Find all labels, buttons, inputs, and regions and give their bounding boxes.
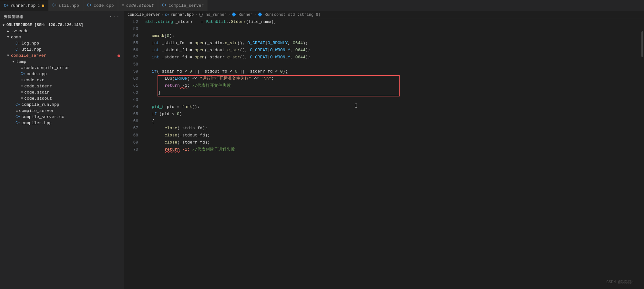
tree-temp-arrow: ▼ bbox=[12, 60, 14, 64]
tree-code-stdout[interactable]: ≡ code.stdout bbox=[0, 95, 124, 102]
tree-compile-server-folder[interactable]: ▼ compile_server bbox=[0, 53, 124, 59]
tree-root-arrow: ▼ bbox=[3, 24, 5, 27]
tab-compile-server[interactable]: C+ compile_server bbox=[158, 0, 208, 11]
tree-code-exe-label: code.exe bbox=[24, 78, 44, 83]
tab-unsaved-dot bbox=[42, 5, 44, 7]
tree-code-cpp-sidebar[interactable]: C+ code.cpp bbox=[0, 71, 124, 77]
code-line-69: close(_stderr_fd); bbox=[145, 139, 641, 146]
tree-compile-server-cc[interactable]: C+ compile_server.cc bbox=[0, 114, 124, 120]
tab-code-stdout[interactable]: ≡ code.stdout bbox=[118, 0, 158, 11]
scrollbar-track[interactable] bbox=[641, 18, 644, 289]
code-line-70: return -2; //代表创建子进程失败 bbox=[145, 146, 641, 153]
tree-code-cpp-label: code.cpp bbox=[26, 72, 46, 76]
sidebar-title: 资源管理器 bbox=[4, 15, 23, 19]
breadcrumb-sep-1: › bbox=[161, 13, 164, 17]
scrollbar-thumb[interactable] bbox=[641, 31, 643, 57]
tree-temp-label: temp bbox=[16, 59, 26, 64]
compile-server-badge bbox=[118, 55, 120, 57]
file-icon-log: C+ bbox=[15, 41, 20, 46]
breadcrumb: compile_server › C+ runner.hpp › {} ns_r… bbox=[124, 11, 644, 18]
tree-vscode-arrow: ▶ bbox=[7, 29, 9, 33]
breadcrumb-part-5: 🔷 Run(const std::string &) bbox=[258, 12, 321, 17]
text-cursor: I bbox=[355, 102, 357, 110]
code-line-65: if (pid < 0) bbox=[145, 111, 641, 118]
tab-num-runner: 2 bbox=[37, 4, 40, 8]
tab-icon-stdout: ≡ bbox=[122, 3, 124, 8]
tree-comm-arrow: ▼ bbox=[7, 35, 9, 39]
sidebar-more-button[interactable]: ··· bbox=[109, 14, 120, 20]
tab-label-compile-server: compile_server bbox=[169, 3, 204, 8]
tree-code-exe[interactable]: ≡ code.exe bbox=[0, 77, 124, 83]
tree-cs-label: compile_server bbox=[11, 53, 46, 58]
tree-compiler-hpp[interactable]: C+ compiler.hpp bbox=[0, 120, 124, 126]
tab-util-hpp[interactable]: C+ util.hpp bbox=[48, 0, 83, 11]
tab-label-util: util.hpp bbox=[59, 3, 79, 8]
tree-temp[interactable]: ▼ temp bbox=[0, 59, 124, 65]
code-line-67: close(_stdin_fd); bbox=[145, 125, 641, 132]
file-icon-util: C+ bbox=[15, 47, 20, 52]
tab-icon-code-cpp: C+ bbox=[87, 3, 92, 8]
code-line-63 bbox=[145, 96, 641, 104]
tree-code-stdin[interactable]: ≡ code.stdin bbox=[0, 89, 124, 95]
code-line-60: LOG(ERROR) << "运行时打开标准文件失败" << "\n"; bbox=[145, 75, 641, 82]
tree-compile-error-label: code.compile_error bbox=[24, 65, 69, 70]
red-box-region: LOG(ERROR) << "运行时打开标准文件失败" << "\n"; ret… bbox=[145, 75, 641, 96]
watermark: CSDN @陈陈陈~ bbox=[607, 279, 634, 286]
tree-comm[interactable]: ▼ comm bbox=[0, 34, 124, 40]
tree-comm-label: comm bbox=[11, 35, 21, 40]
tree-util-label: util.hpp bbox=[21, 47, 41, 52]
file-icon-stderr: ≡ bbox=[21, 84, 23, 89]
file-icon-cs-file: ≡ bbox=[15, 109, 18, 113]
tree-code-stdout-label: code.stdout bbox=[24, 96, 52, 101]
tree-compile-run-hpp[interactable]: C+ compile_run.hpp bbox=[0, 102, 124, 108]
tree-log-label: log.hpp bbox=[21, 41, 39, 46]
code-line-58 bbox=[145, 61, 641, 68]
code-line-54: umask(0); bbox=[145, 33, 641, 40]
tab-code-cpp[interactable]: C+ code.cpp bbox=[83, 0, 118, 11]
tree-code-compile-error[interactable]: ≡ code.compile_error bbox=[0, 65, 124, 71]
tree-util-hpp[interactable]: C+ util.hpp bbox=[0, 46, 124, 53]
code-line-56: int _stdout_fd = open(_stdout.c_str(), O… bbox=[145, 47, 641, 54]
tab-bar: C+ runner.hpp 2 C+ util.hpp C+ code.cpp … bbox=[0, 0, 644, 11]
tree-log-hpp[interactable]: C+ log.hpp bbox=[0, 40, 124, 46]
tree-compile-server-cc-label: compile_server.cc bbox=[21, 115, 64, 119]
breadcrumb-sep-3: › bbox=[228, 13, 230, 17]
tree-compile-run-label: compile_run.hpp bbox=[21, 102, 59, 107]
code-container[interactable]: 52 53 54 55 56 57 58 59 60 61 62 63 64 6… bbox=[124, 18, 644, 289]
tab-label-runner: runner.hpp bbox=[10, 3, 36, 8]
tab-runner-hpp[interactable]: C+ runner.hpp 2 bbox=[0, 0, 48, 11]
tab-icon-runner: C+ bbox=[4, 4, 8, 8]
file-icon-compiler: C+ bbox=[15, 121, 20, 125]
tab-icon-util: C+ bbox=[52, 3, 57, 8]
tree-root-label: ONLINEJUDGE [SSH: 120.78.126.148] bbox=[6, 23, 83, 27]
line-numbers: 52 53 54 55 56 57 58 59 60 61 62 63 64 6… bbox=[124, 18, 142, 289]
file-icon-code-cpp-sidebar: C+ bbox=[21, 72, 25, 76]
tree-root[interactable]: ▼ ONLINEJUDGE [SSH: 120.78.126.148] bbox=[0, 22, 124, 28]
tree-compile-server-file-label: compile_server bbox=[19, 108, 54, 113]
code-line-59: if(_stdin_fd < 0 || _stdout_fd < 0 || _s… bbox=[145, 68, 641, 75]
tab-label-code-cpp: code.cpp bbox=[94, 3, 114, 8]
file-icon-exe: ≡ bbox=[21, 78, 23, 83]
tree-compiler-hpp-label: compiler.hpp bbox=[21, 121, 52, 125]
main-layout: 资源管理器 ··· ▼ ONLINEJUDGE [SSH: 120.78.126… bbox=[0, 11, 644, 289]
code-line-66: { bbox=[145, 118, 641, 125]
breadcrumb-part-4: 🔷 Runner bbox=[231, 12, 252, 17]
tree-code-stdin-label: code.stdin bbox=[24, 90, 49, 95]
tree-compile-server-file[interactable]: ≡ compile_server bbox=[0, 108, 124, 114]
code-line-61: return -1; //代表打开文件失败 bbox=[145, 82, 641, 89]
code-line-68: close(_stdout_fd); bbox=[145, 132, 641, 139]
code-line-62: } bbox=[145, 89, 641, 96]
file-icon-cs-cc: C+ bbox=[15, 115, 20, 119]
breadcrumb-icon-runner: C+ bbox=[165, 13, 169, 17]
code-line-53 bbox=[145, 25, 641, 33]
file-icon-stdin: ≡ bbox=[21, 90, 23, 95]
file-icon-compile-error: ≡ bbox=[21, 66, 23, 70]
tree-vscode-label: .vscode bbox=[11, 29, 29, 34]
tab-icon-compile-server: C+ bbox=[162, 3, 167, 8]
breadcrumb-sep-2: › bbox=[195, 13, 197, 17]
tree-vscode[interactable]: ▶ .vscode bbox=[0, 28, 124, 34]
tree-code-stderr-label: code.stderr bbox=[24, 84, 52, 89]
tab-label-stdout: code.stdout bbox=[126, 3, 154, 8]
code-content[interactable]: std::string _stderr = PathUtil::Stderr(f… bbox=[142, 18, 641, 289]
tree-code-stderr[interactable]: ≡ code.stderr bbox=[0, 83, 124, 89]
